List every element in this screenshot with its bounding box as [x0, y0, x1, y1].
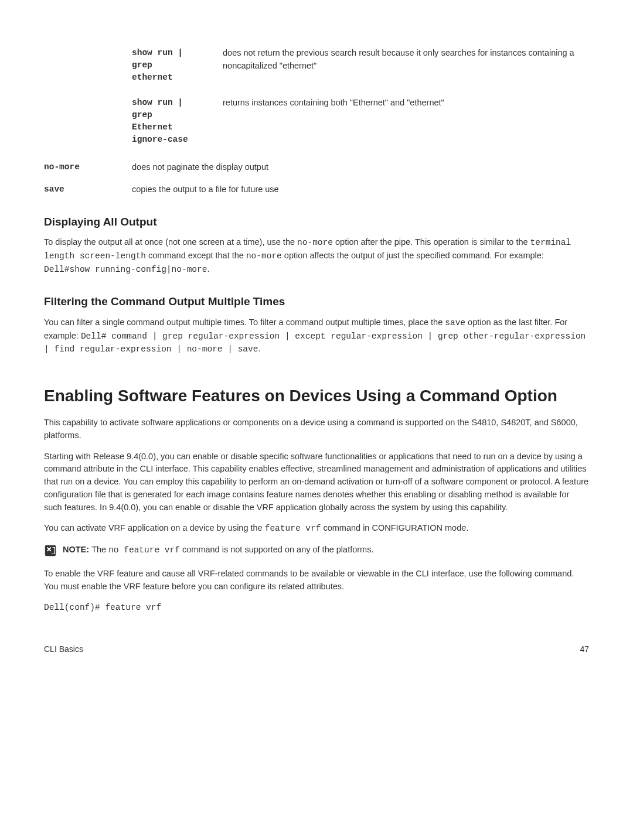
note-icon: [44, 544, 57, 557]
text-fragment: The: [91, 545, 108, 554]
nested-desc-1: does not return the previous search resu…: [223, 47, 589, 84]
inline-code: Dell#show running-config|no-more: [44, 265, 207, 274]
inline-code: Dell# command | grep regular-expression …: [44, 332, 586, 354]
heading-displaying-all-output: Displaying All Output: [44, 214, 589, 231]
para-enable-vrf-feature: To enable the VRF feature and cause all …: [44, 568, 589, 593]
heading-filtering-multiple: Filtering the Command Output Multiple Ti…: [44, 293, 589, 310]
text-fragment: To display the output all at once (not o…: [44, 237, 297, 247]
nested-cmd-2: show run | grep Ethernet ignore-case: [132, 97, 223, 146]
text-fragment: command in CONFIGURATION mode.: [321, 523, 468, 532]
text-fragment: .: [258, 344, 260, 353]
inline-code: feature vrf: [265, 524, 321, 533]
nested-cmd-1: show run | grep ethernet: [132, 47, 223, 84]
inline-code: save: [445, 318, 465, 327]
def-row-nomore: no-more does not paginate the display ou…: [44, 161, 589, 174]
note-label: NOTE:: [63, 545, 91, 554]
nested-examples: show run | grep ethernet does not return…: [132, 47, 589, 152]
footer-left: CLI Basics: [44, 643, 83, 655]
note-block: NOTE: The no feature vrf command is not …: [44, 544, 589, 557]
text-fragment: option after the pipe. This operation is…: [333, 237, 530, 247]
empty-term-col: [44, 47, 132, 152]
text-fragment: You can activate VRF application on a de…: [44, 523, 265, 532]
nested-example-1: show run | grep ethernet does not return…: [132, 47, 589, 84]
definition-list: show run | grep ethernet does not return…: [44, 47, 589, 196]
para-activate-vrf: You can activate VRF application on a de…: [44, 522, 589, 535]
def-row-grep-nested: show run | grep ethernet does not return…: [44, 47, 589, 152]
footer-page-number: 47: [580, 643, 589, 655]
inline-code: no-more: [297, 238, 333, 247]
text-fragment: .: [207, 264, 209, 274]
inline-code: no-more: [246, 251, 282, 261]
code-block: Dell(conf)# feature vrf: [44, 602, 589, 614]
def-desc-save: copies the output to a file for future u…: [132, 183, 589, 196]
para-capability-intro: This capability to activate software app…: [44, 416, 589, 442]
text-fragment: command except that the: [146, 251, 246, 260]
def-term-save: save: [44, 183, 132, 196]
text-fragment: You can filter a single command output m…: [44, 317, 445, 327]
note-text: NOTE: The no feature vrf command is not …: [63, 544, 589, 557]
para-displaying-all-output: To display the output all at once (not o…: [44, 236, 589, 276]
page-footer: CLI Basics 47: [44, 643, 589, 655]
text-fragment: command is not supported on any of the p…: [180, 545, 373, 554]
def-term-nomore: no-more: [44, 161, 132, 174]
def-desc-nomore: does not paginate the display output: [132, 161, 589, 174]
para-starting-release: Starting with Release 9.4(0.0), you can …: [44, 450, 589, 514]
inline-code: no feature vrf: [108, 545, 180, 555]
nested-desc-2: returns instances containing both "Ether…: [223, 97, 589, 146]
heading-enabling-software-features: Enabling Software Features on Devices Us…: [44, 385, 589, 406]
nested-example-2: show run | grep Ethernet ignore-case ret…: [132, 97, 589, 146]
def-row-save: save copies the output to a file for fut…: [44, 183, 589, 196]
para-filtering-multiple: You can filter a single command output m…: [44, 316, 589, 356]
text-fragment: option affects the output of just the sp…: [282, 251, 544, 260]
